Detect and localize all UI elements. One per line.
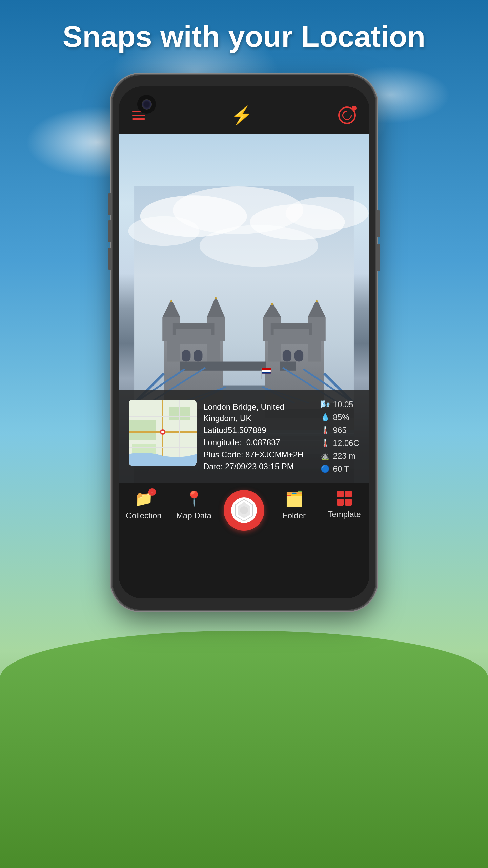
altitude: ⛰️ 223 m bbox=[321, 451, 356, 461]
svg-rect-22 bbox=[176, 329, 211, 344]
data-icon: 🔵 bbox=[321, 465, 330, 473]
top-bar: ⚡ bbox=[119, 86, 369, 134]
collection-label: Collection bbox=[126, 511, 161, 520]
nav-item-camera[interactable] bbox=[224, 490, 264, 531]
phone-frame: ⚡ bbox=[112, 75, 376, 610]
phone-mockup: ⚡ bbox=[112, 75, 376, 610]
power-buttons bbox=[108, 193, 112, 270]
svg-rect-36 bbox=[180, 361, 266, 370]
map-thumbnail[interactable] bbox=[129, 400, 197, 466]
bottom-navigation: 📁 + Collection 📍 Map Data bbox=[119, 483, 369, 598]
svg-rect-77 bbox=[337, 491, 344, 497]
temperature-icon: 🌡️ bbox=[321, 439, 330, 448]
weather-panel: 🌬️ 10.05 💧 85% 🌡️ 965 🌡️ 12.06C bbox=[321, 400, 359, 474]
wind-icon: 🌬️ bbox=[321, 400, 330, 409]
camera-lens bbox=[142, 99, 152, 110]
svg-rect-35 bbox=[274, 329, 309, 344]
svg-rect-78 bbox=[345, 491, 352, 497]
date-time: Date: 27/09/23 03:15 PM bbox=[203, 461, 314, 472]
svg-rect-79 bbox=[337, 499, 344, 506]
longitude: Longitude: -0.087837 bbox=[203, 437, 314, 448]
svg-rect-80 bbox=[345, 499, 352, 506]
folder-label: Folder bbox=[283, 511, 306, 520]
svg-rect-64 bbox=[129, 420, 156, 440]
humidity-icon: 💧 bbox=[321, 413, 330, 422]
svg-point-4 bbox=[128, 216, 200, 246]
altitude-icon: ⛰️ bbox=[321, 452, 330, 460]
template-icon bbox=[336, 490, 352, 506]
map-svg bbox=[129, 400, 197, 466]
svg-point-74 bbox=[161, 431, 164, 433]
svg-rect-26 bbox=[283, 350, 291, 361]
svg-rect-27 bbox=[294, 350, 303, 361]
template-label: Template bbox=[328, 510, 361, 519]
collection-badge: + bbox=[148, 488, 156, 496]
phone-screen: ⚡ bbox=[119, 86, 369, 598]
location-details: London Bridge, United Kingdom, UK Latitu… bbox=[203, 400, 314, 474]
map-data-label: Map Data bbox=[176, 511, 211, 520]
switch-camera-button[interactable] bbox=[338, 106, 356, 124]
place-name: London Bridge, United Kingdom, UK bbox=[203, 401, 314, 424]
plus-code: Plus Code: 87FXJCMM+2H bbox=[203, 449, 314, 460]
location-info-panel: London Bridge, United Kingdom, UK Latitu… bbox=[119, 390, 369, 483]
flash-icon[interactable]: ⚡ bbox=[231, 106, 253, 124]
volume-buttons bbox=[376, 210, 380, 271]
pressure: 🌡️ 965 bbox=[321, 426, 347, 435]
humidity: 💧 85% bbox=[321, 413, 349, 422]
svg-rect-13 bbox=[182, 350, 190, 361]
latitude: Latitud51.507889 bbox=[203, 425, 314, 436]
svg-rect-57 bbox=[262, 372, 271, 373]
shutter-icon bbox=[230, 497, 258, 524]
wind-speed: 🌬️ 10.05 bbox=[321, 400, 353, 409]
nav-item-folder[interactable]: 🗂️ Folder bbox=[274, 490, 314, 520]
temperature: 🌡️ 12.06C bbox=[321, 438, 359, 448]
background-grass bbox=[0, 631, 488, 868]
map-data-icon: 📍 bbox=[185, 490, 203, 508]
nav-item-map-data[interactable]: 📍 Map Data bbox=[174, 490, 214, 520]
svg-point-5 bbox=[286, 197, 369, 229]
folder-icon: 🗂️ bbox=[285, 490, 304, 508]
nav-item-collection[interactable]: 📁 + Collection bbox=[123, 490, 164, 520]
svg-point-76 bbox=[240, 506, 248, 514]
svg-rect-56 bbox=[262, 370, 271, 372]
svg-rect-25 bbox=[308, 338, 321, 361]
svg-rect-14 bbox=[194, 350, 202, 361]
svg-rect-55 bbox=[262, 368, 271, 370]
shutter-button[interactable] bbox=[224, 490, 264, 531]
extra-data: 🔵 60 T bbox=[321, 464, 349, 474]
svg-rect-37 bbox=[280, 361, 296, 370]
rotate-inner bbox=[340, 108, 354, 122]
front-camera bbox=[137, 95, 156, 114]
page-title: Snaps with your Location bbox=[0, 20, 488, 53]
svg-point-6 bbox=[200, 225, 318, 267]
nav-item-template[interactable]: Template bbox=[324, 490, 365, 519]
pressure-icon: 🌡️ bbox=[321, 426, 330, 435]
